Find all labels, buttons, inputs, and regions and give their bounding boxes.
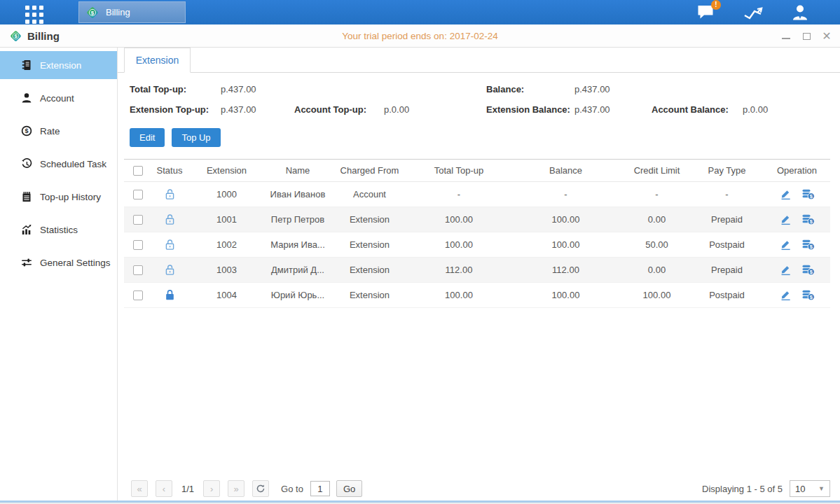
close-icon[interactable]: ✕ (822, 31, 832, 41)
select-all-checkbox[interactable] (133, 166, 143, 176)
edit-row-icon[interactable] (780, 239, 792, 251)
extension-topup-value: p.437.00 (221, 104, 294, 115)
next-page-button[interactable]: › (203, 480, 220, 497)
sidebar-item-label: Rate (40, 126, 60, 136)
col-name: Name (266, 160, 329, 182)
sidebar-item-label: Extension (40, 60, 81, 71)
notification-badge: ! (711, 0, 721, 10)
lock-closed-icon (164, 289, 176, 301)
scheduled-task-icon (21, 158, 32, 169)
row-checkbox[interactable] (133, 240, 143, 250)
topup-button[interactable]: Top Up (172, 128, 220, 147)
topup-row-icon[interactable]: $ (801, 239, 815, 251)
topup-row-icon[interactable]: $ (801, 188, 815, 200)
col-charged-from: Charged From (329, 160, 410, 182)
tab-bar: Extension (118, 48, 840, 73)
col-balance: Balance (508, 160, 624, 182)
taskbar-tab-billing[interactable]: $ Billing (78, 1, 186, 23)
reports-chart-icon[interactable] (743, 5, 763, 20)
account-topup-label: Account Top-up: (294, 104, 384, 115)
table-row: 1004 Юрий Юрь... Extension 100.00 100.00… (124, 283, 830, 308)
sidebar-item-label: Account (40, 93, 74, 104)
goto-page-input[interactable] (310, 481, 330, 496)
account-balance-label: Account Balance: (652, 104, 743, 115)
topup-row-icon[interactable]: $ (801, 289, 815, 301)
tab-extension[interactable]: Extension (124, 48, 191, 73)
table-row: 1001 Петр Петров Extension 100.00 100.00… (124, 207, 830, 232)
topup-row-icon[interactable]: $ (801, 264, 815, 276)
sidebar: Extension Account $ Rate (0, 48, 118, 504)
col-extension: Extension (187, 160, 266, 182)
taskbar-tab-label: Billing (106, 7, 130, 18)
last-page-button[interactable]: » (228, 480, 245, 497)
lock-open-icon (164, 188, 176, 200)
sidebar-item-label: Top-up History (40, 192, 101, 202)
refresh-button[interactable] (252, 480, 269, 497)
edit-row-icon[interactable] (780, 264, 792, 276)
sidebar-item-account[interactable]: Account (0, 84, 117, 112)
page-size-value: 10 (795, 484, 805, 494)
topup-row-icon[interactable]: $ (801, 214, 815, 225)
user-account-icon[interactable] (791, 4, 809, 21)
sidebar-item-label: General Settings (40, 258, 111, 268)
go-button[interactable]: Go (336, 480, 362, 497)
table-row: 1000 Иван Иванов Account - - - - (124, 182, 830, 207)
edit-row-icon[interactable] (780, 188, 792, 200)
sidebar-item-label: Statistics (40, 225, 78, 235)
row-checkbox[interactable] (133, 290, 143, 300)
extension-balance-label: Extension Balance: (486, 104, 574, 115)
col-credit-limit: Credit Limit (624, 160, 690, 182)
svg-text:$: $ (25, 127, 28, 134)
edit-row-icon[interactable] (780, 214, 792, 225)
col-status: Status (152, 160, 187, 182)
trial-period-message: Your trial period ends on: 2017-02-24 (0, 31, 840, 41)
main-content: Extension Total Top-up: p.437.00 Balance… (118, 48, 840, 504)
topup-history-icon (21, 191, 32, 202)
rate-icon: $ (21, 125, 32, 136)
row-checkbox[interactable] (133, 215, 143, 225)
page-size-select[interactable]: 10 ▼ (790, 480, 830, 497)
total-topup-label: Total Top-up: (130, 84, 221, 94)
lock-open-icon (164, 264, 176, 276)
col-pay-type: Pay Type (690, 160, 764, 182)
messages-icon[interactable]: ! (697, 4, 715, 20)
chevron-down-icon: ▼ (818, 485, 825, 492)
balance-summary: Total Top-up: p.437.00 Balance: p.437.00… (130, 84, 840, 115)
row-checkbox[interactable] (133, 190, 143, 200)
extension-icon (21, 59, 32, 71)
table-row: 1003 Дмитрий Д... Extension 112.00 112.0… (124, 258, 830, 283)
maximize-icon[interactable] (801, 31, 811, 41)
displaying-text: Displaying 1 - 5 of 5 (702, 484, 783, 494)
tab-label: Extension (136, 55, 179, 66)
sidebar-item-general-settings[interactable]: General Settings (0, 248, 117, 276)
first-page-button[interactable]: « (131, 480, 148, 497)
page-indicator: 1/1 (181, 484, 194, 494)
account-topup-value: p.0.00 (384, 104, 486, 115)
row-checkbox[interactable] (133, 265, 143, 275)
sidebar-item-topup-history[interactable]: Top-up History (0, 183, 117, 211)
sidebar-item-extension[interactable]: Extension (0, 51, 117, 79)
prev-page-button[interactable]: ‹ (156, 480, 172, 497)
edit-row-icon[interactable] (780, 289, 792, 301)
goto-label: Go to (281, 484, 303, 494)
general-settings-icon (21, 257, 32, 268)
lock-open-icon (164, 214, 176, 225)
col-operation: Operation (764, 160, 830, 182)
minimize-icon[interactable] (781, 31, 791, 41)
col-total-topup: Total Top-up (410, 160, 508, 182)
account-icon (21, 92, 32, 104)
edit-button[interactable]: Edit (130, 128, 165, 147)
sidebar-item-scheduled-task[interactable]: Scheduled Task (0, 150, 117, 178)
lock-open-icon (164, 239, 176, 251)
total-topup-value: p.437.00 (221, 84, 294, 94)
apps-grid-icon[interactable] (25, 6, 43, 24)
balance-value: p.437.00 (574, 84, 652, 94)
sidebar-item-rate[interactable]: $ Rate (0, 117, 117, 145)
billing-app-icon: $ (85, 6, 99, 20)
table-row: 1002 Мария Ива... Extension 100.00 100.0… (124, 232, 830, 258)
extension-balance-value: p.437.00 (574, 104, 652, 115)
sidebar-item-label: Scheduled Task (40, 159, 106, 169)
sidebar-item-statistics[interactable]: Statistics (0, 216, 117, 244)
window-titlebar: $ Billing Your trial period ends on: 201… (0, 24, 840, 48)
svg-text:$: $ (91, 9, 95, 15)
